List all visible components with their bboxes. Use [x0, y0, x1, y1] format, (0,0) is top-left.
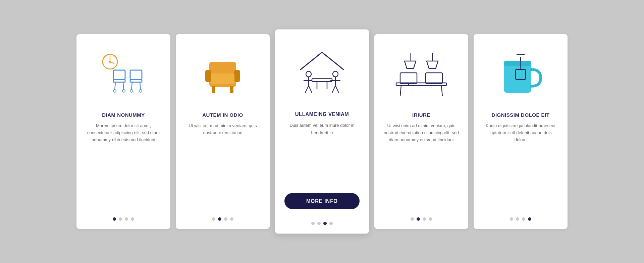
svg-rect-23 — [312, 78, 332, 81]
dot — [212, 217, 215, 221]
card-2: AUTEM IN ODIO Ut wisi enim ad minim veni… — [176, 34, 270, 229]
svg-point-26 — [306, 71, 311, 77]
svg-line-6 — [115, 82, 115, 90]
card-4-dots — [411, 217, 432, 221]
card-4-icon-area — [384, 45, 459, 105]
card-3-title: ULLAMCING VENIAM — [295, 111, 349, 117]
svg-rect-17 — [209, 62, 236, 73]
svg-rect-51 — [504, 63, 531, 93]
svg-rect-4 — [113, 70, 125, 80]
svg-rect-46 — [426, 73, 442, 84]
card-5-text: Kodio dignissim qui blandit praesent lup… — [483, 122, 558, 211]
svg-rect-21 — [212, 86, 215, 93]
meeting-icon — [293, 45, 351, 100]
dot — [516, 217, 519, 221]
armchair-icon — [199, 52, 246, 99]
svg-line-3 — [110, 62, 114, 63]
svg-rect-11 — [130, 80, 142, 82]
monitors-icon — [393, 51, 450, 100]
svg-marker-40 — [427, 61, 438, 68]
card-3-text: Duis autem vel eum iriure dolor in hendr… — [284, 122, 360, 188]
dot — [311, 222, 315, 225]
card-2-text: Ut wisi enim ad minim veniam, quis nostr… — [185, 122, 260, 211]
dot — [218, 217, 221, 221]
dot — [423, 217, 426, 221]
dot — [224, 217, 227, 221]
card-2-dots — [212, 217, 233, 221]
card-5: DIGNISSIM DOLOE EIT Kodio dignissim qui … — [474, 34, 568, 229]
card-1-text: Morem ipsum dolor sit amet, consectetuer… — [86, 122, 161, 211]
svg-rect-5 — [113, 80, 125, 82]
card-1: DIAM NONUMMY Morem ipsum dolor sit amet,… — [76, 34, 170, 229]
dot — [131, 217, 134, 221]
card-3-dots — [311, 222, 333, 225]
svg-line-49 — [400, 86, 401, 96]
dot — [510, 217, 513, 221]
cards-container: DIAM NONUMMY Morem ipsum dolor sit amet,… — [20, 34, 624, 229]
dot — [528, 217, 531, 221]
svg-rect-19 — [234, 70, 240, 82]
svg-line-35 — [335, 86, 339, 93]
svg-line-30 — [309, 86, 312, 93]
card-5-dots — [510, 217, 531, 221]
dot — [125, 217, 128, 221]
dot — [119, 217, 122, 221]
dot — [411, 217, 414, 221]
svg-rect-22 — [230, 86, 233, 93]
svg-rect-10 — [130, 70, 142, 80]
dot — [429, 217, 432, 221]
card-4-title: IRIURE — [412, 112, 430, 118]
svg-line-13 — [140, 82, 141, 90]
dot — [417, 217, 420, 221]
dot — [317, 222, 321, 225]
svg-line-29 — [305, 86, 309, 93]
card-3: ULLAMCING VENIAM Duis autem vel eum iriu… — [275, 30, 369, 234]
chairs-clock-icon — [97, 50, 150, 100]
svg-line-34 — [332, 86, 335, 93]
card-2-icon-area — [185, 45, 260, 105]
svg-line-50 — [441, 86, 442, 96]
more-info-button[interactable]: MORE INFO — [284, 193, 360, 209]
card-5-title: DIGNISSIM DOLOE EIT — [492, 112, 550, 118]
card-2-title: AUTEM IN ODIO — [202, 112, 243, 118]
svg-rect-18 — [205, 70, 211, 82]
svg-marker-37 — [405, 61, 416, 68]
dot — [113, 217, 116, 221]
card-4: IRIURE Ut wisi enim ad minim veniam, qui… — [374, 34, 468, 229]
dot — [522, 217, 525, 221]
card-3-icon-area — [284, 41, 360, 104]
card-1-dots — [113, 217, 134, 221]
dot — [323, 222, 327, 225]
svg-rect-43 — [400, 73, 417, 84]
svg-line-7 — [123, 82, 124, 90]
card-1-icon-area — [86, 45, 161, 105]
dot — [230, 217, 233, 221]
card-1-title: DIAM NONUMMY — [102, 112, 145, 118]
svg-point-31 — [333, 71, 338, 77]
mug-icon — [497, 51, 544, 100]
dot — [329, 222, 333, 225]
svg-line-12 — [131, 82, 132, 90]
card-5-icon-area — [483, 45, 558, 105]
svg-rect-52 — [504, 61, 531, 66]
card-4-text: Ut wisi enim ad minim veniam, quis nostr… — [384, 122, 459, 211]
svg-rect-20 — [211, 73, 234, 84]
